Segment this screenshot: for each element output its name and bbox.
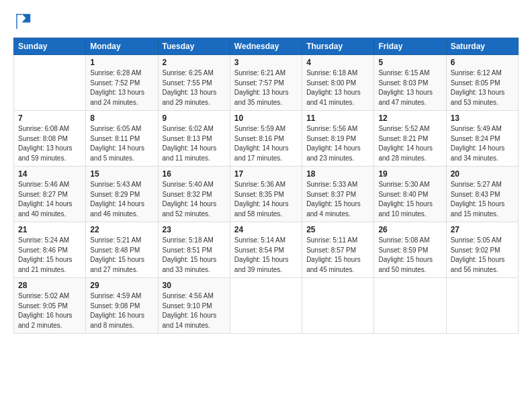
- day-number: 8: [90, 113, 153, 123]
- calendar-cell: 12Sunrise: 5:52 AM Sunset: 8:21 PM Dayli…: [374, 111, 446, 167]
- calendar-cell: 1Sunrise: 6:28 AM Sunset: 7:52 PM Daylig…: [86, 55, 158, 111]
- calendar-cell: 21Sunrise: 5:24 AM Sunset: 8:46 PM Dayli…: [14, 222, 86, 278]
- day-info: Sunrise: 6:12 AM Sunset: 8:05 PM Dayligh…: [451, 68, 514, 107]
- day-number: 10: [234, 113, 298, 123]
- day-number: 14: [18, 169, 81, 179]
- calendar-cell: 8Sunrise: 6:05 AM Sunset: 8:11 PM Daylig…: [86, 111, 158, 167]
- day-number: 15: [90, 169, 153, 179]
- day-info: Sunrise: 4:56 AM Sunset: 9:10 PM Dayligh…: [163, 291, 226, 330]
- calendar-cell: 26Sunrise: 5:08 AM Sunset: 8:59 PM Dayli…: [374, 222, 446, 278]
- day-number: 13: [451, 113, 514, 123]
- day-number: 3: [234, 58, 298, 67]
- day-number: 18: [306, 169, 369, 179]
- day-info: Sunrise: 5:30 AM Sunset: 8:40 PM Dayligh…: [378, 180, 441, 219]
- calendar-cell: [230, 278, 302, 334]
- day-number: 16: [163, 169, 226, 179]
- weekday-header-row: SundayMondayTuesdayWednesdayThursdayFrid…: [14, 38, 519, 55]
- calendar-week-row: 28Sunrise: 5:02 AM Sunset: 9:05 PM Dayli…: [14, 278, 519, 334]
- calendar-cell: 16Sunrise: 5:40 AM Sunset: 8:32 PM Dayli…: [158, 167, 230, 222]
- calendar-cell: [302, 278, 374, 334]
- day-number: 5: [378, 58, 441, 67]
- calendar-cell: 9Sunrise: 6:02 AM Sunset: 8:13 PM Daylig…: [158, 111, 230, 167]
- day-number: 30: [163, 281, 226, 290]
- day-number: 12: [378, 113, 441, 123]
- day-info: Sunrise: 5:43 AM Sunset: 8:29 PM Dayligh…: [90, 180, 153, 219]
- day-number: 23: [163, 225, 226, 234]
- day-info: Sunrise: 5:14 AM Sunset: 8:54 PM Dayligh…: [234, 236, 298, 275]
- calendar-week-row: 14Sunrise: 5:46 AM Sunset: 8:27 PM Dayli…: [14, 167, 519, 222]
- calendar-cell: 15Sunrise: 5:43 AM Sunset: 8:29 PM Dayli…: [86, 167, 158, 222]
- day-number: 25: [306, 225, 369, 234]
- calendar-cell: 28Sunrise: 5:02 AM Sunset: 9:05 PM Dayli…: [14, 278, 86, 334]
- day-info: Sunrise: 5:02 AM Sunset: 9:05 PM Dayligh…: [18, 291, 81, 330]
- calendar-cell: 2Sunrise: 6:25 AM Sunset: 7:55 PM Daylig…: [158, 55, 230, 111]
- day-number: 9: [163, 113, 226, 123]
- calendar-cell: 23Sunrise: 5:18 AM Sunset: 8:51 PM Dayli…: [158, 222, 230, 278]
- calendar-week-row: 7Sunrise: 6:08 AM Sunset: 8:08 PM Daylig…: [14, 111, 519, 167]
- calendar-cell: [374, 278, 446, 334]
- day-info: Sunrise: 4:59 AM Sunset: 9:08 PM Dayligh…: [90, 291, 153, 330]
- day-number: 26: [378, 225, 441, 234]
- calendar-cell: [446, 278, 518, 334]
- day-info: Sunrise: 5:49 AM Sunset: 8:24 PM Dayligh…: [451, 124, 514, 163]
- weekday-header-friday: Friday: [374, 38, 446, 55]
- day-number: 20: [451, 169, 514, 179]
- calendar-cell: 6Sunrise: 6:12 AM Sunset: 8:05 PM Daylig…: [446, 55, 518, 111]
- day-info: Sunrise: 6:02 AM Sunset: 8:13 PM Dayligh…: [163, 124, 226, 163]
- day-info: Sunrise: 5:46 AM Sunset: 8:27 PM Dayligh…: [18, 180, 81, 219]
- day-number: 6: [451, 58, 514, 67]
- calendar-cell: 27Sunrise: 5:05 AM Sunset: 9:02 PM Dayli…: [446, 222, 518, 278]
- weekday-header-tuesday: Tuesday: [158, 38, 230, 55]
- calendar-cell: 13Sunrise: 5:49 AM Sunset: 8:24 PM Dayli…: [446, 111, 518, 167]
- day-info: Sunrise: 6:15 AM Sunset: 8:03 PM Dayligh…: [378, 68, 441, 107]
- weekday-header-monday: Monday: [86, 38, 158, 55]
- day-info: Sunrise: 5:59 AM Sunset: 8:16 PM Dayligh…: [234, 124, 298, 163]
- day-info: Sunrise: 6:08 AM Sunset: 8:08 PM Dayligh…: [18, 124, 81, 163]
- day-info: Sunrise: 5:40 AM Sunset: 8:32 PM Dayligh…: [163, 180, 226, 219]
- weekday-header-sunday: Sunday: [14, 38, 86, 55]
- calendar-week-row: 21Sunrise: 5:24 AM Sunset: 8:46 PM Dayli…: [14, 222, 519, 278]
- calendar-cell: 20Sunrise: 5:27 AM Sunset: 8:43 PM Dayli…: [446, 167, 518, 222]
- weekday-header-thursday: Thursday: [302, 38, 374, 55]
- calendar-table: SundayMondayTuesdayWednesdayThursdayFrid…: [13, 38, 519, 334]
- header: [13, 12, 519, 31]
- day-number: 7: [18, 113, 81, 123]
- calendar-cell: 22Sunrise: 5:21 AM Sunset: 8:48 PM Dayli…: [86, 222, 158, 278]
- calendar-cell: 10Sunrise: 5:59 AM Sunset: 8:16 PM Dayli…: [230, 111, 302, 167]
- day-info: Sunrise: 6:28 AM Sunset: 7:52 PM Dayligh…: [90, 68, 153, 107]
- calendar-cell: 4Sunrise: 6:18 AM Sunset: 8:00 PM Daylig…: [302, 55, 374, 111]
- calendar-week-row: 1Sunrise: 6:28 AM Sunset: 7:52 PM Daylig…: [14, 55, 519, 111]
- day-info: Sunrise: 5:27 AM Sunset: 8:43 PM Dayligh…: [451, 180, 514, 219]
- calendar-cell: 14Sunrise: 5:46 AM Sunset: 8:27 PM Dayli…: [14, 167, 86, 222]
- day-info: Sunrise: 5:08 AM Sunset: 8:59 PM Dayligh…: [378, 236, 441, 275]
- calendar-cell: 11Sunrise: 5:56 AM Sunset: 8:19 PM Dayli…: [302, 111, 374, 167]
- day-number: 27: [451, 225, 514, 234]
- calendar-cell: 30Sunrise: 4:56 AM Sunset: 9:10 PM Dayli…: [158, 278, 230, 334]
- day-info: Sunrise: 5:56 AM Sunset: 8:19 PM Dayligh…: [306, 124, 369, 163]
- calendar-cell: 3Sunrise: 6:21 AM Sunset: 7:57 PM Daylig…: [230, 55, 302, 111]
- day-number: 21: [18, 225, 81, 234]
- day-number: 19: [378, 169, 441, 179]
- svg-marker-1: [22, 14, 31, 23]
- svg-rect-3: [16, 14, 17, 29]
- day-number: 24: [234, 225, 298, 234]
- calendar-cell: [14, 55, 86, 111]
- day-number: 28: [18, 281, 81, 290]
- page: SundayMondayTuesdayWednesdayThursdayFrid…: [0, 0, 532, 411]
- calendar-cell: 24Sunrise: 5:14 AM Sunset: 8:54 PM Dayli…: [230, 222, 302, 278]
- calendar-cell: 7Sunrise: 6:08 AM Sunset: 8:08 PM Daylig…: [14, 111, 86, 167]
- day-number: 1: [90, 58, 153, 67]
- day-info: Sunrise: 5:18 AM Sunset: 8:51 PM Dayligh…: [163, 236, 226, 275]
- day-info: Sunrise: 5:11 AM Sunset: 8:57 PM Dayligh…: [306, 236, 369, 275]
- calendar-cell: 19Sunrise: 5:30 AM Sunset: 8:40 PM Dayli…: [374, 167, 446, 222]
- calendar-cell: 17Sunrise: 5:36 AM Sunset: 8:35 PM Dayli…: [230, 167, 302, 222]
- day-info: Sunrise: 6:18 AM Sunset: 8:00 PM Dayligh…: [306, 68, 369, 107]
- day-info: Sunrise: 5:52 AM Sunset: 8:21 PM Dayligh…: [378, 124, 441, 163]
- logo: [13, 12, 35, 31]
- day-info: Sunrise: 5:33 AM Sunset: 8:37 PM Dayligh…: [306, 180, 369, 219]
- day-number: 22: [90, 225, 153, 234]
- weekday-header-saturday: Saturday: [446, 38, 518, 55]
- day-info: Sunrise: 5:36 AM Sunset: 8:35 PM Dayligh…: [234, 180, 298, 219]
- day-number: 2: [163, 58, 226, 67]
- day-info: Sunrise: 6:25 AM Sunset: 7:55 PM Dayligh…: [163, 68, 226, 107]
